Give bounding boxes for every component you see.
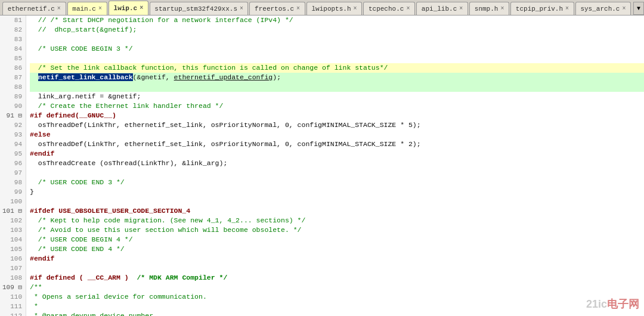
line-num-87: 87 <box>2 73 22 82</box>
tab-api-lib[interactable]: api_lib.c × <box>416 2 468 15</box>
code-line-86: /* Set the link callback function, this … <box>30 63 644 73</box>
code-line-99: } <box>30 187 644 197</box>
close-icon[interactable]: × <box>354 5 357 12</box>
code-line-108: #if defined ( __CC_ARM ) /* MDK ARM Comp… <box>30 273 644 283</box>
code-line-89: link_arg.netif = &gnetif; <box>30 92 644 101</box>
watermark-text: 21ic <box>586 298 607 310</box>
code-line-88 <box>30 82 644 92</box>
tab-main[interactable]: main.c × <box>67 2 107 15</box>
tab-startup[interactable]: startup_stm32f429xx.s × <box>150 2 248 15</box>
line-num-109: 109 ⊟ <box>2 283 22 292</box>
code-line-105: /* USER CODE END 4 */ <box>30 244 644 254</box>
line-num-92: 92 <box>2 120 22 130</box>
code-line-112: * @param devnum device number <box>30 311 644 316</box>
line-num-90: 90 <box>2 101 22 111</box>
tab-lwip[interactable]: lwip.c × <box>109 1 148 15</box>
close-icon[interactable]: × <box>622 5 626 12</box>
tab-tcpecho[interactable]: tcpecho.c × <box>363 2 415 15</box>
line-num-103: 103 <box>2 225 22 235</box>
line-num-108: 108 <box>2 273 22 283</box>
close-icon[interactable]: × <box>500 5 504 12</box>
code-line-106: #endif <box>30 254 644 264</box>
line-num-98: 98 <box>2 178 22 187</box>
tab-tcpip-priv[interactable]: tcpip_priv.h × <box>510 2 574 15</box>
code-line-85 <box>30 54 644 63</box>
tab-ethernetif[interactable]: ethernetif.c × <box>2 2 66 15</box>
watermark: 21ic电子网 <box>586 297 639 311</box>
tab-label: startup_stm32f429xx.s <box>154 5 237 13</box>
tab-overflow-button[interactable]: ▼ <box>633 2 644 15</box>
code-line-91: #if defined(__GNUC__) <box>30 111 644 120</box>
code-line-107 <box>30 264 644 273</box>
line-num-112: 112 <box>2 311 22 316</box>
tab-label: snmp.h <box>475 5 499 13</box>
close-icon[interactable]: × <box>98 5 102 12</box>
line-num-85: 85 <box>2 54 22 63</box>
code-line-104: /* USER CODE BEGIN 4 */ <box>30 235 644 244</box>
tab-label: sys_arch.c <box>580 5 620 13</box>
tab-snmp[interactable]: snmp.h × <box>469 2 509 15</box>
line-num-102: 102 <box>2 216 22 225</box>
line-num-83: 83 <box>2 35 22 44</box>
line-num-93: 93 <box>2 130 22 140</box>
code-line-83 <box>30 35 644 44</box>
line-num-110: 110 <box>2 292 22 302</box>
close-icon[interactable]: × <box>57 5 61 12</box>
code-line-100 <box>30 197 644 206</box>
line-num-88: 88 <box>2 82 22 92</box>
line-num-81: 81 <box>2 16 22 25</box>
line-num-86: 86 <box>2 63 22 73</box>
tab-sys-arch[interactable]: sys_arch.c × <box>575 2 631 15</box>
tab-freertos[interactable]: freertos.c × <box>249 2 305 15</box>
tab-lwipopts[interactable]: lwipopts.h × <box>306 2 362 15</box>
close-icon[interactable]: × <box>296 5 300 12</box>
code-line-81: // /* Start DHCP negotiation for a netwo… <box>30 16 644 25</box>
line-num-89: 89 <box>2 92 22 101</box>
watermark-suffix: 电子网 <box>607 298 639 310</box>
line-num-97: 97 <box>2 168 22 178</box>
code-line-92: osThreadDef(LinkThr, ethernetif_set_link… <box>30 120 644 130</box>
line-numbers: 81 82 83 84 85 86 87 88 89 90 91 ⊟ 92 93… <box>0 16 26 316</box>
code-line-97 <box>30 168 644 178</box>
line-num-99: 99 <box>2 187 22 197</box>
code-line-103: /* Avoid to use this user section which … <box>30 225 644 235</box>
code-line-87: netif_set_link_callback(&gnetif, etherne… <box>30 73 644 82</box>
code-line-84: /* USER CODE BEGIN 3 */ <box>30 44 644 54</box>
line-num-111: 111 <box>2 302 22 311</box>
tab-label: lwip.c <box>114 5 138 12</box>
code-area: 81 82 83 84 85 86 87 88 89 90 91 ⊟ 92 93… <box>0 16 644 316</box>
close-icon[interactable]: × <box>140 5 143 11</box>
line-num-105: 105 <box>2 244 22 254</box>
code-line-94: osThreadDef(LinkThr, ethernetif_set_link… <box>30 140 644 149</box>
code-line-95: #endif <box>30 149 644 159</box>
line-num-106: 106 <box>2 254 22 264</box>
code-content[interactable]: // /* Start DHCP negotiation for a netwo… <box>26 16 644 316</box>
line-num-95: 95 <box>2 149 22 159</box>
close-icon[interactable]: × <box>406 5 410 12</box>
line-num-104: 104 <box>2 235 22 244</box>
tab-label: api_lib.c <box>422 5 457 13</box>
code-line-109: /** <box>30 283 644 292</box>
line-num-96: 96 <box>2 159 22 168</box>
code-line-93: #else <box>30 130 644 140</box>
tab-label: ethernetif.c <box>8 5 55 13</box>
line-num-84: 84 <box>2 44 22 54</box>
close-icon[interactable]: × <box>565 5 569 12</box>
code-line-110: * Opens a serial device for communicatio… <box>30 292 644 302</box>
tab-bar: ethernetif.c × main.c × lwip.c × startup… <box>0 0 644 16</box>
code-line-82: // dhcp_start(&gnetif); <box>30 25 644 35</box>
close-icon[interactable]: × <box>240 5 243 12</box>
line-num-82: 82 <box>2 25 22 35</box>
tab-label: tcpecho.c <box>369 5 404 13</box>
tab-label: tcpip_priv.h <box>516 5 563 13</box>
tab-label: lwipopts.h <box>312 5 351 13</box>
line-num-107: 107 <box>2 264 22 273</box>
code-line-90: /* Create the Ethernet link handler thre… <box>30 101 644 111</box>
code-line-98: /* USER CODE END 3 */ <box>30 178 644 187</box>
line-num-91: 91 ⊟ <box>2 111 22 120</box>
tab-label: main.c <box>72 5 96 13</box>
tab-label: freertos.c <box>255 5 294 13</box>
line-num-100: 100 <box>2 197 22 206</box>
code-line-96: osThreadCreate (osThread(LinkThr), &link… <box>30 159 644 168</box>
close-icon[interactable]: × <box>459 5 463 12</box>
